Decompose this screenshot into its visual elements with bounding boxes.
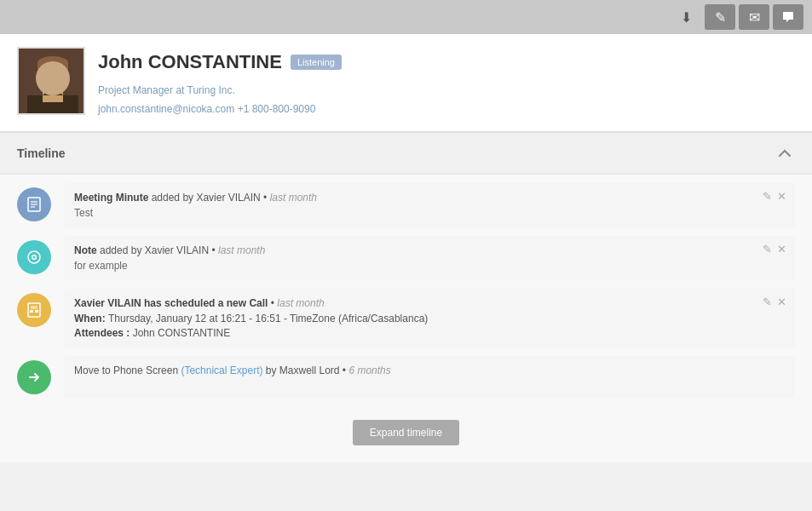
card-title: Move to Phone Screen (Technical Expert) … — [74, 365, 785, 376]
card-when: When: Thursday, January 12 at 16:21 - 16… — [74, 313, 785, 324]
svg-rect-2 — [43, 89, 63, 102]
card-actions: ✎ ✕ — [763, 190, 786, 203]
svg-point-7 — [56, 75, 61, 79]
timeline-card-note: ✎ ✕ Note added by Xavier VILAIN • last m… — [64, 236, 795, 280]
card-separator: • — [263, 192, 270, 204]
card-body: Test — [74, 207, 785, 219]
svg-rect-25 — [35, 310, 38, 313]
toolbar: ⬇ ✎ ✉ — [0, 0, 812, 34]
card-title-text: Move to Phone Screen — [74, 365, 181, 376]
card-title-text: added by Xavier VILAIN — [152, 192, 261, 204]
timeline-title: Timeline — [17, 146, 66, 160]
svg-rect-24 — [30, 310, 33, 313]
card-title: Xavier VILAIN has scheduled a new Call •… — [74, 297, 785, 309]
timeline-item: ✎ ✕ Xavier VILAIN has scheduled a new Ca… — [17, 289, 795, 347]
timeline-header: Timeline — [0, 132, 812, 175]
timeline-section: Timeline ✎ ✕ — [0, 132, 812, 462]
call-icon — [17, 293, 51, 327]
timeline-item: ✎ ✕ Meeting Minute added by Xavier VILAI… — [17, 183, 795, 227]
timeline-item: Move to Phone Screen (Technical Expert) … — [17, 356, 795, 399]
delete-icon[interactable]: ✕ — [777, 243, 786, 256]
when-value: Thursday, January 12 at 16:21 - 16:51 - … — [108, 313, 428, 324]
svg-marker-13 — [43, 89, 63, 95]
profile-phone: +1 800-800-9090 — [238, 103, 316, 115]
card-title-bold: Note — [74, 244, 97, 256]
edit-icon[interactable]: ✎ — [763, 190, 772, 203]
when-label: When: — [74, 313, 108, 324]
edit-button[interactable]: ✎ — [705, 4, 735, 30]
card-time: last month — [270, 192, 317, 204]
download-button[interactable]: ⬇ — [671, 4, 701, 30]
svg-rect-21 — [28, 303, 40, 317]
card-actions: ✎ ✕ — [763, 243, 786, 256]
svg-point-10 — [51, 81, 55, 83]
card-body: for example — [74, 260, 785, 272]
edit-icon[interactable]: ✎ — [763, 296, 772, 308]
svg-rect-11 — [48, 86, 60, 88]
card-title-text: added by Xavier VILAIN — [100, 244, 209, 256]
timeline-card-move: Move to Phone Screen (Technical Expert) … — [64, 356, 795, 399]
expand-section: Expand timeline — [0, 407, 812, 462]
card-separator: • — [211, 244, 218, 256]
delete-icon[interactable]: ✕ — [777, 296, 786, 308]
svg-point-3 — [37, 61, 68, 95]
meeting-minute-icon — [17, 187, 51, 221]
chat-button[interactable] — [773, 4, 803, 30]
timeline-list: ✎ ✕ Meeting Minute added by Xavier VILAI… — [0, 175, 812, 407]
card-time: last month — [277, 297, 324, 309]
svg-rect-12 — [58, 85, 65, 87]
avatar — [17, 47, 85, 115]
listening-badge: Listening — [291, 55, 342, 70]
card-time: 6 months — [348, 365, 390, 376]
timeline-card-call: ✎ ✕ Xavier VILAIN has scheduled a new Ca… — [64, 289, 795, 347]
technical-expert-link[interactable]: (Technical Expert) — [181, 365, 262, 376]
svg-point-6 — [44, 75, 49, 79]
profile-email: john.constantine@nicoka.com — [98, 103, 234, 115]
collapse-timeline-button[interactable] — [775, 143, 795, 164]
profile-title: Project Manager at Turing Inc. — [98, 82, 795, 100]
delete-icon[interactable]: ✕ — [777, 190, 786, 203]
profile-header: John CONSTANTINE Listening Project Manag… — [0, 34, 812, 132]
profile-info: John CONSTANTINE Listening Project Manag… — [98, 47, 795, 118]
timeline-card-meeting-minute: ✎ ✕ Meeting Minute added by Xavier VILAI… — [64, 183, 795, 227]
card-title-bold: Meeting Minute — [74, 192, 148, 204]
svg-rect-5 — [37, 63, 68, 70]
attendees-value: John CONSTANTINE — [133, 327, 230, 339]
edit-icon[interactable]: ✎ — [763, 243, 772, 256]
note-icon — [17, 240, 51, 274]
svg-point-8 — [46, 76, 49, 78]
expand-timeline-button[interactable]: Expand timeline — [353, 420, 459, 445]
move-icon — [17, 360, 51, 394]
email-button[interactable]: ✉ — [739, 4, 769, 30]
attendees-label: Attendees : — [74, 327, 133, 339]
card-actions: ✎ ✕ — [763, 296, 786, 308]
profile-contact: john.constantine@nicoka.com +1 800-800-9… — [98, 100, 795, 119]
card-title-bold: Xavier VILAIN has scheduled a new Call — [74, 297, 268, 309]
timeline-item: ✎ ✕ Note added by Xavier VILAIN • last m… — [17, 236, 795, 280]
card-title: Meeting Minute added by Xavier VILAIN • … — [74, 192, 785, 204]
svg-point-9 — [58, 76, 60, 78]
svg-point-20 — [33, 256, 36, 259]
profile-name-row: John CONSTANTINE Listening — [98, 51, 795, 73]
card-time: last month — [218, 244, 265, 256]
card-attendees: Attendees : John CONSTANTINE — [74, 327, 785, 339]
card-title-suffix: by Maxwell Lord — [266, 365, 340, 376]
profile-name: John CONSTANTINE — [98, 51, 282, 73]
profile-meta: Project Manager at Turing Inc. john.cons… — [98, 82, 795, 118]
card-title: Note added by Xavier VILAIN • last month — [74, 244, 785, 256]
